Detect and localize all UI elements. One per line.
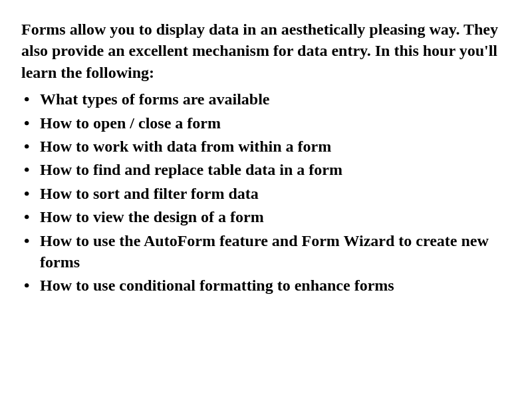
list-item: How to open / close a form [21,112,511,134]
list-item: What types of forms are available [21,88,511,110]
list-item: How to view the design of a form [21,206,511,227]
list-item: How to find and replace table data in a … [21,159,511,180]
list-item: How to sort and filter form data [21,183,511,204]
list-item: How to work with data from within a form [21,136,511,157]
intro-paragraph: Forms allow you to display data in an ae… [21,19,511,83]
list-item: How to use the AutoForm feature and Form… [21,230,511,273]
topics-list: What types of forms are available How to… [21,88,511,297]
list-item: How to use conditional formatting to enh… [21,275,511,296]
